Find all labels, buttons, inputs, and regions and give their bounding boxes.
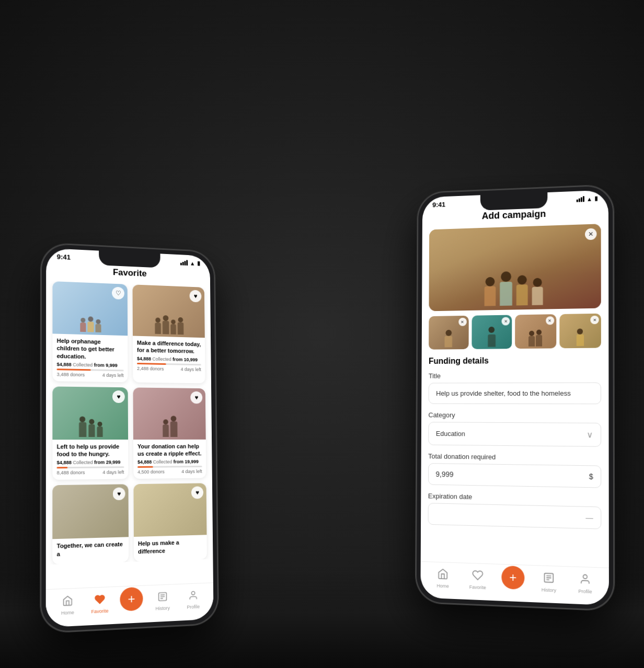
right-nav-home[interactable]: Home — [426, 568, 460, 589]
right-nav-profile[interactable]: Profile — [567, 572, 604, 595]
card-4-title: Your donation can help us create a rippl… — [137, 443, 202, 458]
card-1-image: ♡ — [52, 281, 128, 336]
right-status-icons: ▲ ▮ — [577, 195, 598, 203]
total-donation-input[interactable]: 9,999 $ — [428, 463, 601, 488]
left-nav-home[interactable]: Home — [51, 595, 84, 616]
right-nav-profile-label: Profile — [578, 589, 592, 594]
card-4-image: ♥ — [133, 387, 205, 440]
right-history-icon — [543, 572, 555, 586]
svg-point-4 — [191, 591, 195, 595]
card-2-favorite[interactable]: ♥ — [190, 290, 202, 303]
home-icon — [62, 595, 73, 609]
thumb-1-close[interactable]: ✕ — [458, 318, 467, 326]
thumb-3-close[interactable]: ✕ — [546, 316, 554, 325]
card-4-body: Your donation can help us create a rippl… — [133, 440, 206, 479]
card-2-collected: $4,888 Collected from 10,999 — [137, 356, 201, 362]
right-time: 9:41 — [432, 201, 445, 209]
currency-symbol: $ — [589, 473, 593, 481]
right-notch — [480, 192, 548, 211]
chevron-down-icon: ∨ — [586, 430, 593, 440]
right-signal — [577, 196, 584, 202]
thumb-3[interactable]: ✕ — [515, 314, 556, 349]
title-field-label: Title — [429, 371, 601, 379]
card-4-favorite[interactable]: ♥ — [190, 391, 202, 404]
card-3-body: Left to help us provide food to the hung… — [52, 440, 128, 480]
card-2-progress-bar — [137, 363, 201, 365]
left-battery-icon: ▮ — [197, 260, 200, 267]
thumb-1[interactable]: ✕ — [429, 316, 468, 350]
left-nav-profile-label: Profile — [187, 604, 200, 609]
left-wifi-icon: ▲ — [190, 260, 195, 266]
left-notch — [99, 251, 160, 268]
card-2-body: Make a difference today, for a better to… — [133, 336, 205, 376]
right-battery-icon: ▮ — [594, 195, 597, 202]
right-screen: 9:41 ▲ ▮ Add campaign — [420, 190, 609, 605]
card-1-progress-fill — [57, 368, 91, 371]
right-home-icon — [437, 568, 448, 583]
right-nav-add[interactable]: + — [495, 565, 531, 597]
card-4-donors: 4,500 donors — [137, 469, 165, 475]
left-time: 9:41 — [57, 253, 71, 261]
thumb-4-close[interactable]: ✕ — [590, 316, 599, 324]
card-5-image: ♥ — [52, 485, 129, 539]
card-5-title: Together, we can create a — [57, 540, 125, 558]
campaign-card-3[interactable]: ♥ — [52, 386, 128, 480]
campaign-card-1[interactable]: ♡ — [52, 281, 128, 382]
right-favorite-icon — [472, 569, 484, 584]
card-4-progress-fill — [137, 466, 153, 468]
add-button[interactable]: + — [120, 586, 143, 611]
card-1-title: Help orphanage children to get better ed… — [57, 337, 124, 361]
cards-grid: ♡ — [46, 281, 213, 565]
card-1-collected: $4,888 Collected from 9,999 — [57, 362, 124, 368]
card-2-donors: 2,488 donors — [137, 366, 164, 372]
thumb-2[interactable]: ✕ — [472, 315, 512, 349]
right-phone: 9:41 ▲ ▮ Add campaign — [416, 185, 615, 611]
card-5-body: Together, we can create a — [52, 537, 129, 565]
left-screen: 9:41 ▲ ▮ Favorite ♡ — [46, 248, 214, 628]
right-bottom-nav: Home Favorite + — [420, 561, 609, 605]
card-3-meta: 8,488 donors 4 days left — [57, 470, 124, 476]
card-5-favorite[interactable]: ♥ — [113, 488, 125, 501]
favorite-icon — [95, 594, 105, 608]
card-4-meta: 4,500 donors 4 days left — [137, 469, 202, 475]
left-nav-favorite[interactable]: Favorite — [84, 593, 116, 615]
card-3-image: ♥ — [52, 386, 128, 440]
thumb-4[interactable]: ✕ — [559, 314, 601, 349]
card-1-days: 4 days left — [102, 373, 124, 378]
campaign-card-6[interactable]: ♥ Help us make a difference — [133, 483, 207, 562]
category-value: Education — [436, 430, 465, 437]
left-nav-profile[interactable]: Profile — [178, 590, 208, 611]
card-3-collected: $4,888 Collected from 29,999 — [57, 460, 124, 466]
left-nav-history[interactable]: History — [147, 591, 178, 612]
right-nav-favorite-label: Favorite — [469, 584, 486, 590]
card-4-days: 4 days left — [181, 469, 202, 474]
main-campaign-photo: ✕ — [429, 224, 601, 311]
category-field-label: Category — [429, 411, 602, 420]
right-add-button[interactable]: + — [501, 566, 524, 590]
card-1-progress-bar — [57, 368, 124, 371]
expiration-date-input[interactable]: — — [428, 503, 602, 529]
right-nav-favorite[interactable]: Favorite — [460, 569, 495, 591]
svg-point-9 — [583, 574, 588, 579]
card-2-progress-fill — [137, 363, 166, 365]
category-dropdown[interactable]: Education ∨ — [428, 422, 601, 447]
profile-icon — [188, 590, 199, 604]
card-6-favorite[interactable]: ♥ — [191, 487, 203, 499]
left-nav-add[interactable]: + — [116, 586, 147, 619]
campaign-card-4[interactable]: ♥ Your donation can help us create a r — [133, 387, 206, 479]
right-nav-history[interactable]: History — [531, 571, 567, 593]
thumb-2-close[interactable]: ✕ — [501, 317, 510, 326]
card-3-title: Left to help us provide food to the hung… — [57, 443, 124, 458]
card-3-favorite[interactable]: ♥ — [112, 390, 125, 403]
campaign-card-5[interactable]: ♥ Together, we can create a — [52, 485, 129, 565]
expiration-field-label: Expiration date — [428, 492, 601, 503]
card-1-meta: 3,488 donors 4 days left — [57, 372, 124, 378]
right-nav-home-label: Home — [436, 583, 448, 589]
card-1-body: Help orphanage children to get better ed… — [52, 333, 128, 382]
campaign-title-input[interactable]: Help us provide shelter, food to the hom… — [429, 383, 601, 405]
campaign-card-2[interactable]: ♥ — [132, 284, 205, 383]
card-1-favorite[interactable]: ♡ — [112, 287, 124, 300]
right-nav-history-label: History — [542, 587, 556, 593]
card-2-image: ♥ — [132, 284, 204, 338]
card-1-donors: 3,488 donors — [57, 372, 85, 377]
